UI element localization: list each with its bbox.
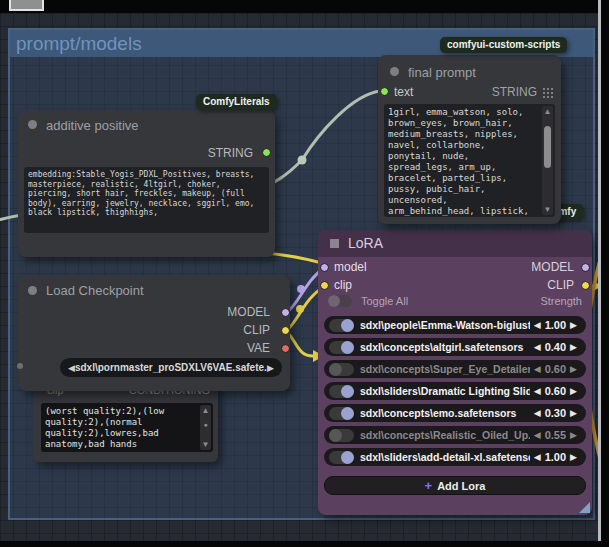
node-badge-custom-scripts: comfyui-custom-scripts <box>440 37 567 53</box>
lora-row[interactable]: sdxl\sliders\Dramatic Lighting Slid... ◀… <box>324 382 586 400</box>
right-window-edge <box>601 0 609 547</box>
clip-input-label: clip <box>334 278 352 292</box>
lora-toggle[interactable] <box>329 363 354 376</box>
top-window-edge <box>0 0 609 13</box>
add-lora-button[interactable]: + Add Lora <box>324 476 586 495</box>
final-prompt-text[interactable]: 1girl, emma_watson, solo, brown_eyes, br… <box>384 104 536 217</box>
resize-handle[interactable] <box>579 502 590 513</box>
lora-toggle[interactable] <box>329 319 354 332</box>
strength-value[interactable]: 1.00 <box>545 319 566 331</box>
model-input-label: model <box>334 260 367 274</box>
negative-prompt-text[interactable]: (worst quality:2),(low quality:2),(norma… <box>41 403 193 452</box>
plus-icon: + <box>425 478 433 493</box>
clip-output-port[interactable] <box>581 281 590 290</box>
lora-name[interactable]: sdxl\concepts\Super_Eye_Detailer... <box>360 363 530 375</box>
lora-name[interactable]: sdxl\sliders\add-detail-xl.safetensors <box>360 451 530 463</box>
strength-decrement-icon[interactable]: ◀ <box>534 386 541 396</box>
collapse-dot-icon[interactable] <box>28 286 37 295</box>
lora-name[interactable]: sdxl\concepts\altgirl.safetensors <box>360 341 530 353</box>
strength-increment-icon[interactable]: ▶ <box>570 320 577 330</box>
strength-value[interactable]: 0.40 <box>545 341 566 353</box>
load-checkpoint-node[interactable]: Load Checkpoint MODEL CLIP VAE ◀ sdxl\po… <box>18 275 290 391</box>
lora-toggle[interactable] <box>329 385 354 398</box>
lora-row[interactable]: sdxl\concepts\Super_Eye_Detailer... ◀ 0.… <box>324 360 586 378</box>
lora-node-header[interactable]: LoRA <box>318 230 592 257</box>
negative-scrollbar[interactable]: ▲ ● ▼ <box>200 405 211 450</box>
string-output-port[interactable] <box>262 148 271 157</box>
scroll-thumb[interactable] <box>544 126 551 168</box>
strength-increment-icon[interactable]: ▶ <box>570 408 577 418</box>
window-fragment <box>9 0 44 11</box>
strength-increment-icon[interactable]: ▶ <box>570 430 577 440</box>
text-input-port[interactable] <box>380 87 389 96</box>
combo-prev-icon[interactable]: ◀ <box>68 363 75 373</box>
negative-prompt-textarea[interactable]: (worst quality:2),(low quality:2),(norma… <box>41 403 213 452</box>
final-prompt-textarea[interactable]: 1girl, emma_watson, solo, brown_eyes, br… <box>384 104 555 217</box>
model-input-port[interactable] <box>320 263 329 272</box>
node-title: final prompt <box>408 65 476 80</box>
strength-decrement-icon[interactable]: ◀ <box>534 430 541 440</box>
ckpt-name-combo[interactable]: ◀ sdxl\pornmaster_proSDXLV6VAE.safete...… <box>60 358 282 377</box>
toggle-all-switch[interactable] <box>328 295 352 307</box>
lora-row[interactable]: sdxl\sliders\add-detail-xl.safetensors ◀… <box>324 448 586 466</box>
strength-value[interactable]: 0.60 <box>545 363 566 375</box>
lora-row[interactable]: sdxl\people\Emma-Watson-biglust... ◀ 1.0… <box>324 316 586 334</box>
lora-name[interactable]: sdxl\people\Emma-Watson-biglust... <box>360 319 530 331</box>
additive-positive-node[interactable]: additive positive STRING embedding:Stabl… <box>18 110 275 257</box>
lora-row[interactable]: sdxl\concepts\Realistic_Oiled_Up... ◀ 0.… <box>324 426 586 444</box>
scroll-down-icon[interactable]: ▼ <box>542 205 553 214</box>
clip-output-port[interactable] <box>281 326 290 335</box>
collapse-square-icon[interactable] <box>330 239 339 248</box>
add-lora-label: Add Lora <box>437 480 485 492</box>
widget-input-dot[interactable] <box>17 363 23 369</box>
lora-toggle[interactable] <box>329 429 354 442</box>
model-output-label: MODEL <box>227 305 270 319</box>
model-output-port[interactable] <box>581 263 590 272</box>
model-output-port[interactable] <box>281 308 290 317</box>
ckpt-name-value[interactable]: sdxl\pornmaster_proSDXLV6VAE.safete... <box>75 362 267 373</box>
strength-decrement-icon[interactable]: ◀ <box>534 342 541 352</box>
lora-node[interactable]: LoRA model MODEL clip CLIP Toggle All St… <box>318 230 592 515</box>
scroll-up-icon[interactable]: ▲ <box>200 406 211 415</box>
collapse-dot-icon[interactable] <box>390 67 399 76</box>
additive-text[interactable]: embedding:Stable_Yogis_PDXL_Positives, b… <box>24 167 269 221</box>
additive-textarea[interactable]: embedding:Stable_Yogis_PDXL_Positives, b… <box>24 167 269 233</box>
lora-name[interactable]: sdxl\concepts\Realistic_Oiled_Up... <box>360 429 530 441</box>
node-badge-comfyliterals: ComfyLiterals <box>196 94 277 110</box>
scroll-up-icon[interactable]: ▲ <box>542 107 553 116</box>
final-prompt-scrollbar[interactable]: ▲ ▼ <box>542 106 553 215</box>
strength-increment-icon[interactable]: ▶ <box>570 452 577 462</box>
node-title: additive positive <box>46 118 139 133</box>
lora-row[interactable]: sdxl\concepts\emo.safetensors ◀ 0.30 ▶ <box>324 404 586 422</box>
strength-increment-icon[interactable]: ▶ <box>570 364 577 374</box>
strength-decrement-icon[interactable]: ◀ <box>534 408 541 418</box>
string-output-label: STRING <box>208 146 253 160</box>
grid-handle-icon[interactable] <box>542 87 553 98</box>
vae-output-port[interactable] <box>281 344 290 353</box>
strength-decrement-icon[interactable]: ◀ <box>534 320 541 330</box>
toggle-all-row: Toggle All Strength <box>328 294 582 308</box>
scroll-thumb-icon[interactable]: ● <box>200 421 211 428</box>
strength-increment-icon[interactable]: ▶ <box>570 342 577 352</box>
strength-value[interactable]: 0.30 <box>545 407 566 419</box>
comfyui-canvas: prompt/models ComfyLiterals comfyui-cust… <box>0 0 609 547</box>
lora-name[interactable]: sdxl\concepts\emo.safetensors <box>360 407 530 419</box>
lora-name[interactable]: sdxl\sliders\Dramatic Lighting Slid... <box>360 385 530 397</box>
strength-increment-icon[interactable]: ▶ <box>570 386 577 396</box>
strength-value[interactable]: 0.55 <box>545 429 566 441</box>
final-prompt-node[interactable]: final prompt text STRING 1girl, emma_wat… <box>378 55 561 224</box>
vae-output-label: VAE <box>247 341 270 355</box>
lora-toggle[interactable] <box>329 451 354 464</box>
strength-value[interactable]: 1.00 <box>545 451 566 463</box>
clip-output-label: CLIP <box>547 278 574 292</box>
strength-value[interactable]: 0.60 <box>545 385 566 397</box>
strength-decrement-icon[interactable]: ◀ <box>534 452 541 462</box>
lora-toggle[interactable] <box>329 407 354 420</box>
combo-next-icon[interactable]: ▶ <box>267 363 274 373</box>
lora-row[interactable]: sdxl\concepts\altgirl.safetensors ◀ 0.40… <box>324 338 586 356</box>
scroll-down-icon[interactable]: ▼ <box>200 440 211 449</box>
lora-toggle[interactable] <box>329 341 354 354</box>
strength-decrement-icon[interactable]: ◀ <box>534 364 541 374</box>
clip-input-port[interactable] <box>320 281 329 290</box>
collapse-dot-icon[interactable] <box>28 120 37 129</box>
